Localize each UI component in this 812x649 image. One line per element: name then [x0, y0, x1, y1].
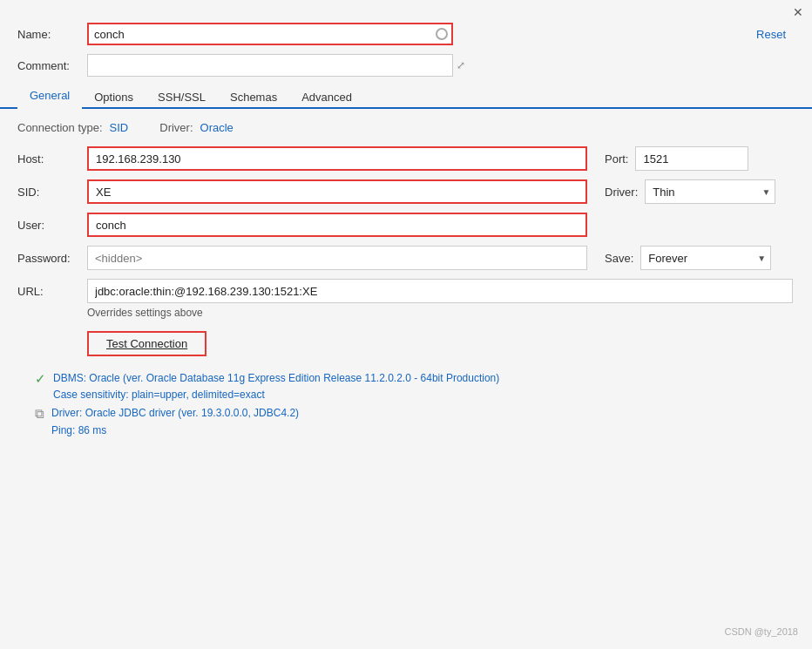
name-input[interactable] — [87, 23, 453, 45]
check-icon: ✓ — [35, 371, 46, 387]
user-label: User: — [17, 219, 87, 232]
comment-label: Comment: — [17, 59, 87, 72]
name-circle-icon — [436, 28, 448, 40]
copy-icon: ⧉ — [35, 406, 44, 422]
sid-row: SID: Driver: Thin OCI Custom ▼ — [17, 179, 795, 204]
password-input[interactable] — [87, 246, 587, 270]
name-label: Name: — [17, 28, 87, 41]
name-row: Name: Reset — [0, 23, 812, 45]
host-row: Host: Port: — [17, 146, 795, 171]
status-line1: DBMS: Oracle (ver. Oracle Database 11g E… — [53, 370, 499, 387]
host-input[interactable] — [87, 146, 587, 171]
status-section: ✓ DBMS: Oracle (ver. Oracle Database 11g… — [35, 370, 795, 439]
name-input-wrap — [87, 23, 453, 45]
tab-schemas[interactable]: Schemas — [218, 85, 289, 109]
status-line3: Driver: Oracle JDBC driver (ver. 19.3.0.… — [51, 405, 299, 422]
overrides-text: Overrides settings above — [87, 307, 795, 319]
title-bar: ✕ — [0, 0, 812, 23]
password-label: Password: — [17, 252, 87, 265]
dialog: ✕ Name: Reset Comment: ⤢ General Options… — [0, 0, 812, 649]
status-line4: Ping: 86 ms — [51, 423, 299, 439]
comment-input[interactable] — [87, 54, 453, 77]
port-input[interactable] — [635, 146, 748, 171]
url-section: URL: Overrides settings above — [17, 279, 795, 319]
url-row: URL: — [17, 279, 795, 303]
status-row-copy: ⧉ Driver: Oracle JDBC driver (ver. 19.3.… — [35, 405, 795, 438]
url-label: URL: — [17, 285, 87, 298]
save-select-wrap: Forever Session Never ▼ — [640, 246, 771, 270]
comment-row: Comment: ⤢ — [0, 54, 812, 77]
tab-general[interactable]: General — [17, 84, 82, 109]
user-row: User: — [17, 213, 795, 237]
status-line2: Case sensitivity: plain=upper, delimited… — [53, 387, 499, 403]
conn-driver-value: Oracle — [200, 121, 233, 134]
save-select[interactable]: Forever Session Never — [640, 246, 771, 270]
comment-expand-wrap: ⤢ — [87, 54, 465, 77]
sid-label: SID: — [17, 186, 87, 199]
password-row: Password: Save: Forever Session Never ▼ — [17, 246, 795, 270]
status-text-block: DBMS: Oracle (ver. Oracle Database 11g E… — [53, 370, 499, 403]
main-content: Connection type: SID Driver: Oracle Host… — [0, 109, 812, 439]
reset-button[interactable]: Reset — [748, 28, 795, 41]
test-connection-button[interactable]: Test Connection — [87, 331, 206, 356]
port-group: Port: — [605, 146, 748, 171]
watermark: CSDN @ty_2018 — [724, 626, 798, 637]
sid-input[interactable] — [87, 179, 587, 204]
tab-options[interactable]: Options — [82, 85, 145, 109]
url-input[interactable] — [87, 279, 793, 303]
driver-select-wrap: Thin OCI Custom ▼ — [645, 179, 775, 204]
status-text-block2: Driver: Oracle JDBC driver (ver. 19.3.0.… — [51, 405, 299, 438]
status-row-success: ✓ DBMS: Oracle (ver. Oracle Database 11g… — [35, 370, 795, 403]
driver-select[interactable]: Thin OCI Custom — [645, 179, 775, 204]
tabs: General Options SSH/SSL Schemas Advanced — [0, 82, 812, 109]
host-label: Host: — [17, 152, 87, 166]
driver-group: Driver: Thin OCI Custom ▼ — [605, 179, 775, 204]
test-connection-wrap: Test Connection — [17, 331, 795, 370]
conn-type-label: Connection type: — [17, 121, 103, 134]
close-button[interactable]: ✕ — [793, 5, 803, 19]
conn-type-row: Connection type: SID Driver: Oracle — [17, 121, 795, 134]
conn-driver-label: Driver: — [159, 121, 193, 134]
port-label: Port: — [605, 152, 628, 166]
save-group: Save: Forever Session Never ▼ — [605, 246, 771, 270]
tab-sshssl[interactable]: SSH/SSL — [145, 85, 218, 109]
tab-advanced[interactable]: Advanced — [289, 85, 364, 109]
user-input[interactable] — [87, 213, 587, 237]
expand-icon[interactable]: ⤢ — [457, 59, 465, 71]
conn-type-value: SID — [110, 121, 129, 134]
save-label: Save: — [605, 252, 633, 265]
driver-label: Driver: — [605, 186, 638, 199]
